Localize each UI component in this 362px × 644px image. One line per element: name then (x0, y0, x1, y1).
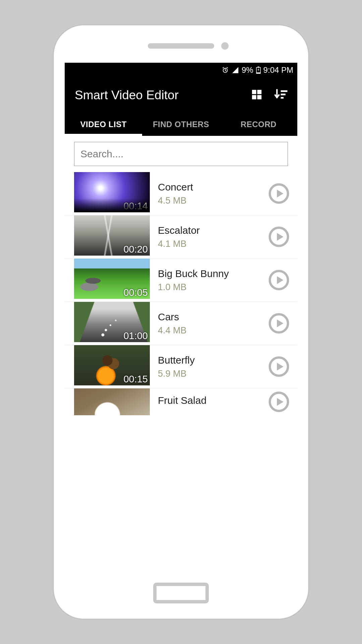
video-title: Escalator (158, 225, 268, 236)
device-home-button[interactable] (153, 583, 209, 603)
video-title: Big Buck Bunny (158, 268, 268, 279)
video-duration: 00:15 (123, 374, 148, 385)
video-row[interactable]: 00:15Butterfly5.9 MB (65, 345, 297, 388)
svg-rect-6 (252, 95, 256, 99)
app-title: Smart Video Editor (75, 88, 179, 102)
svg-rect-5 (257, 90, 261, 94)
video-duration: 01:00 (123, 330, 148, 341)
tabs: VIDEO LISTFIND OTHERSRECORD (65, 113, 297, 136)
status-bar: 9% 9:04 PM (65, 63, 297, 77)
video-title: Cars (158, 311, 268, 323)
video-size: 1.0 MB (158, 282, 268, 292)
svg-rect-4 (252, 90, 256, 94)
svg-rect-10 (281, 97, 284, 99)
screen: 9% 9:04 PM Smart Video Editor VIDEO LIST… (65, 63, 297, 573)
video-title: Concert (158, 181, 268, 193)
video-meta: Butterfly5.9 MB (158, 355, 268, 379)
search-input[interactable] (74, 142, 288, 166)
video-thumbnail[interactable]: 00:15 (74, 345, 150, 385)
search-wrap (65, 136, 297, 172)
device-speaker (148, 43, 214, 49)
device-camera (221, 42, 229, 50)
alarm-icon (222, 66, 229, 74)
play-button[interactable] (268, 356, 289, 377)
video-list[interactable]: 00:14Concert4.5 MB00:20Escalator4.1 MB00… (65, 172, 297, 415)
play-button[interactable] (268, 183, 289, 204)
status-time: 9:04 PM (263, 65, 293, 75)
video-thumbnail[interactable] (74, 388, 150, 415)
video-title: Fruit Salad (158, 395, 268, 406)
svg-rect-7 (257, 95, 261, 99)
play-button[interactable] (268, 226, 289, 247)
device-frame: 9% 9:04 PM Smart Video Editor VIDEO LIST… (54, 25, 308, 619)
video-meta: Concert4.5 MB (158, 181, 268, 206)
video-thumbnail[interactable]: 00:20 (74, 215, 150, 256)
video-meta: Escalator4.1 MB (158, 225, 268, 249)
video-row[interactable]: 01:00Cars4.4 MB (65, 302, 297, 345)
video-size: 4.5 MB (158, 196, 268, 206)
video-meta: Cars4.4 MB (158, 311, 268, 336)
video-duration: 00:20 (123, 244, 148, 255)
video-row[interactable]: 00:05Big Buck Bunny1.0 MB (65, 259, 297, 302)
video-size: 4.1 MB (158, 239, 268, 249)
video-duration: 00:05 (123, 287, 148, 298)
tab-video-list[interactable]: VIDEO LIST (65, 113, 142, 136)
video-thumbnail[interactable]: 00:14 (74, 172, 150, 212)
video-row[interactable]: Fruit Salad (65, 388, 297, 415)
video-size: 4.4 MB (158, 325, 268, 336)
app-bar: Smart Video Editor (65, 77, 297, 113)
video-row[interactable]: 00:20Escalator4.1 MB (65, 215, 297, 259)
svg-rect-3 (256, 72, 260, 73)
signal-icon (232, 66, 239, 74)
video-size: 5.9 MB (158, 369, 268, 379)
battery-text: 9% (242, 65, 253, 75)
video-thumbnail[interactable]: 00:05 (74, 259, 150, 299)
tab-find-others[interactable]: FIND OTHERS (142, 113, 220, 136)
video-thumbnail[interactable]: 01:00 (74, 302, 150, 342)
tab-record[interactable]: RECORD (220, 113, 297, 136)
svg-rect-2 (257, 67, 259, 68)
play-button[interactable] (268, 391, 289, 412)
battery-icon (256, 66, 261, 74)
svg-rect-9 (281, 94, 286, 95)
play-button[interactable] (268, 270, 289, 290)
video-title: Butterfly (158, 355, 268, 366)
video-duration: 00:14 (123, 201, 148, 212)
sort-icon[interactable] (275, 89, 288, 102)
grid-view-icon[interactable] (251, 89, 262, 102)
video-row[interactable]: 00:14Concert4.5 MB (65, 172, 297, 215)
svg-rect-8 (281, 90, 288, 92)
video-meta: Big Buck Bunny1.0 MB (158, 268, 268, 292)
play-button[interactable] (268, 313, 289, 334)
video-meta: Fruit Salad (158, 395, 268, 409)
